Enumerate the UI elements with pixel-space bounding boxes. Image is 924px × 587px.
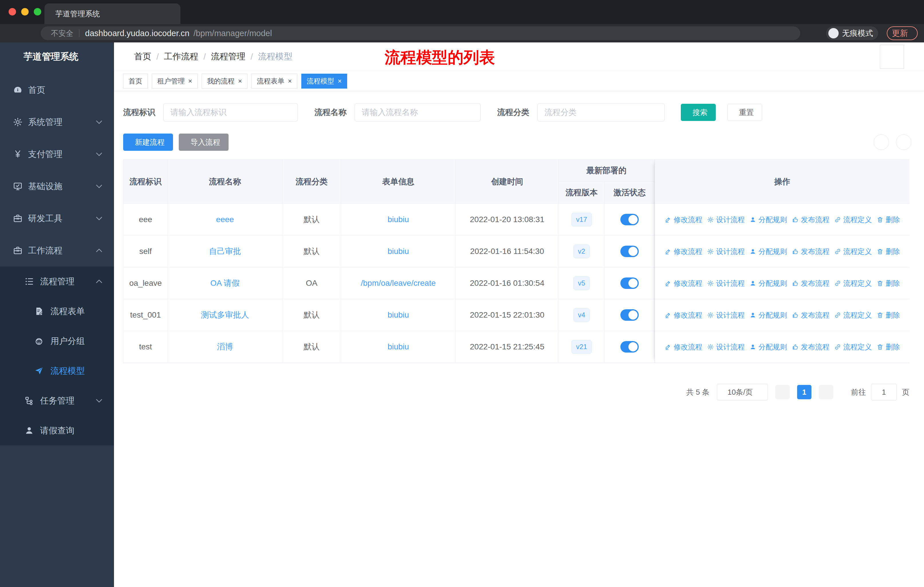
avatar[interactable]	[880, 45, 904, 69]
action-modify-link[interactable]: 修改流程	[665, 279, 702, 288]
sidebar-item-user-group[interactable]: 用户分组	[0, 326, 114, 356]
action-design-link[interactable]: 设计流程	[707, 247, 745, 256]
edit-icon	[665, 312, 672, 319]
sidebar-item-system[interactable]: 系统管理	[0, 106, 114, 138]
sidebar-item-home[interactable]: 首页	[0, 74, 114, 106]
incognito-icon	[828, 28, 839, 38]
model-name-link[interactable]: 测试多审批人	[201, 311, 249, 319]
filter-name-input[interactable]	[355, 103, 481, 122]
form-info-link[interactable]: biubiu	[388, 247, 409, 256]
active-status-toggle[interactable]	[620, 309, 639, 321]
goto-page-input[interactable]	[871, 384, 897, 400]
action-delete-link[interactable]: 删除	[876, 311, 900, 320]
action-definition-link[interactable]: 流程定义	[834, 311, 872, 320]
action-modify-link[interactable]: 修改流程	[665, 311, 702, 320]
action-definition-link[interactable]: 流程定义	[834, 247, 872, 256]
tag-my-process[interactable]: 我的流程×	[201, 74, 248, 89]
action-assign-link[interactable]: 分配规则	[749, 279, 787, 288]
tag-close-icon[interactable]: ×	[238, 77, 242, 85]
active-status-toggle[interactable]	[620, 278, 639, 289]
action-delete-link[interactable]: 删除	[876, 247, 900, 256]
action-design-link[interactable]: 设计流程	[707, 279, 745, 288]
sidebar-item-process-model[interactable]: 流程模型	[0, 356, 114, 386]
window-zoom-button[interactable]	[34, 8, 41, 15]
model-name-link[interactable]: 滔博	[217, 342, 233, 351]
prev-page-button[interactable]	[776, 385, 790, 399]
browser-tab[interactable]: 芋道管理系统	[45, 3, 180, 24]
tag-process-model[interactable]: 流程模型×	[301, 74, 347, 89]
sidebar-item-workflow[interactable]: 工作流程	[0, 235, 114, 266]
action-deploy-link[interactable]: 发布流程	[792, 215, 830, 225]
action-definition-link[interactable]: 流程定义	[834, 279, 872, 288]
filter-id-input[interactable]	[163, 103, 298, 122]
action-deploy-link[interactable]: 发布流程	[792, 279, 830, 288]
filter-category-select[interactable]: 流程分类	[537, 103, 665, 122]
refresh-table-button[interactable]	[896, 134, 911, 150]
url-bar[interactable]: 不安全 dashboard.yudao.iocoder.cn/bpm/manag…	[41, 26, 800, 40]
page-size-select[interactable]: 10条/页	[717, 384, 768, 400]
action-assign-link[interactable]: 分配规则	[749, 342, 787, 352]
sidebar-item-task-mgmt[interactable]: 任务管理	[0, 386, 114, 416]
active-status-toggle[interactable]	[620, 341, 639, 352]
browser-chrome: 芋道管理系统 不安全 dashboard.yudao.iocoder.cn/bp…	[0, 0, 924, 42]
form-info-link[interactable]: biubiu	[388, 311, 409, 319]
action-definition-link[interactable]: 流程定义	[834, 342, 872, 352]
navbar-actions	[828, 45, 911, 69]
window-close-button[interactable]	[8, 8, 16, 15]
action-assign-link[interactable]: 分配规则	[749, 247, 787, 256]
form-info-link[interactable]: /bpm/oa/leave/create	[361, 279, 436, 288]
model-name-link[interactable]: 自己审批	[209, 247, 241, 256]
tag-home[interactable]: 首页	[123, 74, 148, 89]
search-button[interactable]: 搜索	[681, 104, 716, 121]
tag-close-icon[interactable]: ×	[288, 77, 292, 85]
tag-process-form[interactable]: 流程表单×	[251, 74, 297, 89]
tag-close-icon[interactable]: ×	[338, 77, 342, 85]
action-design-link[interactable]: 设计流程	[707, 342, 745, 352]
action-assign-link[interactable]: 分配规则	[749, 311, 787, 320]
sidebar-item-infrastructure[interactable]: 基础设施	[0, 170, 114, 202]
action-modify-link[interactable]: 修改流程	[665, 342, 702, 352]
version-badge: v5	[573, 276, 590, 290]
current-page[interactable]: 1	[797, 385, 812, 399]
import-process-button[interactable]: 导入流程	[179, 134, 229, 151]
action-modify-link[interactable]: 修改流程	[665, 215, 702, 225]
action-deploy-link[interactable]: 发布流程	[792, 311, 830, 320]
breadcrumb-item[interactable]: 流程管理	[211, 51, 246, 63]
tag-close-icon[interactable]: ×	[188, 77, 192, 85]
tag-tenant[interactable]: 租户管理×	[152, 74, 198, 89]
action-delete-link[interactable]: 删除	[876, 342, 900, 352]
action-deploy-link[interactable]: 发布流程	[792, 247, 830, 256]
sidebar-item-process-form[interactable]: 流程表单	[0, 296, 114, 326]
sidebar-item-label: 支付管理	[28, 149, 63, 160]
action-design-link[interactable]: 设计流程	[707, 215, 745, 225]
action-design-link[interactable]: 设计流程	[707, 311, 745, 320]
action-definition-link[interactable]: 流程定义	[834, 215, 872, 225]
edit-icon	[665, 343, 672, 351]
action-modify-link[interactable]: 修改流程	[665, 247, 702, 256]
model-name-link[interactable]: OA 请假	[210, 279, 240, 288]
form-info-link[interactable]: biubiu	[388, 215, 409, 224]
form-info-link[interactable]: biubiu	[388, 342, 409, 351]
action-delete-link[interactable]: 删除	[876, 215, 900, 225]
show-search-button[interactable]	[874, 134, 889, 150]
breadcrumb-item[interactable]: 工作流程	[164, 51, 198, 63]
sidebar-item-payment[interactable]: 支付管理	[0, 138, 114, 170]
active-status-toggle[interactable]	[620, 246, 639, 257]
create-process-button[interactable]: 新建流程	[123, 134, 173, 151]
sidebar-item-leave-query[interactable]: 请假查询	[0, 416, 114, 445]
cell-model-id: eee	[124, 204, 168, 236]
update-chip[interactable]: 更新	[887, 26, 918, 40]
breadcrumb-item[interactable]: 首页	[134, 51, 151, 63]
model-name-link[interactable]: eeee	[216, 215, 234, 224]
cell-category: 默认	[282, 236, 341, 268]
window-minimize-button[interactable]	[21, 8, 29, 15]
next-page-button[interactable]	[819, 385, 833, 399]
reset-button[interactable]: 重置	[727, 104, 762, 121]
sidebar-item-dev-tools[interactable]: 研发工具	[0, 202, 114, 235]
action-assign-link[interactable]: 分配规则	[749, 215, 787, 225]
action-delete-link[interactable]: 删除	[876, 279, 900, 288]
sidebar: 芋道管理系统 首页系统管理支付管理基础设施研发工具工作流程流程管理流程表单用户分…	[0, 42, 114, 587]
action-deploy-link[interactable]: 发布流程	[792, 342, 830, 352]
sidebar-item-process-mgmt[interactable]: 流程管理	[0, 266, 114, 296]
active-status-toggle[interactable]	[620, 214, 639, 225]
